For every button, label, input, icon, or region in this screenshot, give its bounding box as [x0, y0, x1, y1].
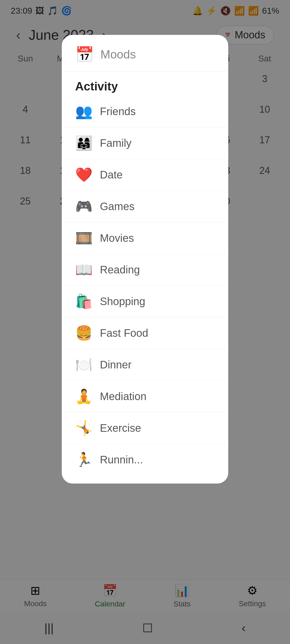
activity-item-movies[interactable]: 🎞️ Movies [62, 222, 228, 254]
modal-overlay[interactable]: 📅 Moods Activity 👥 Friends 👨‍👩‍👧 Family … [0, 0, 290, 644]
modal-moods-icon: 📅 [75, 46, 94, 63]
activity-item-exercise[interactable]: 🤸 Exercise [62, 412, 228, 444]
activity-item-running[interactable]: 🏃 Runnin... [62, 444, 228, 475]
shopping-icon: 🛍️ [75, 293, 92, 310]
date-icon: ❤️ [75, 167, 92, 183]
movies-icon: 🎞️ [75, 230, 92, 246]
activity-label-reading: Reading [100, 264, 140, 276]
games-icon: 🎮 [75, 198, 92, 215]
activity-item-reading[interactable]: 📖 Reading [62, 254, 228, 286]
activity-item-family[interactable]: 👨‍👩‍👧 Family [62, 127, 228, 159]
exercise-icon: 🤸 [75, 420, 92, 436]
activity-item-friends[interactable]: 👥 Friends [62, 96, 228, 127]
activity-label-shopping: Shopping [100, 295, 145, 308]
dinner-icon: 🍽️ [75, 357, 92, 373]
activity-item-dinner[interactable]: 🍽️ Dinner [62, 349, 228, 381]
activity-item-games[interactable]: 🎮 Games [62, 191, 228, 222]
activity-item-shopping[interactable]: 🛍️ Shopping [62, 286, 228, 317]
activity-label-running: Runnin... [100, 454, 143, 466]
activity-item-mediation[interactable]: 🧘 Mediation [62, 381, 228, 412]
activity-label-friends: Friends [100, 105, 136, 118]
fastfood-icon: 🍔 [75, 325, 92, 341]
activity-label-games: Games [100, 200, 135, 213]
activity-list: 👥 Friends 👨‍👩‍👧 Family ❤️ Date 🎮 Games 🎞… [62, 96, 228, 475]
activity-item-date[interactable]: ❤️ Date [62, 159, 228, 191]
activity-label-mediation: Mediation [100, 390, 146, 402]
activity-label-date: Date [100, 169, 123, 181]
activity-section-title: Activity [62, 72, 228, 96]
activity-label-exercise: Exercise [100, 422, 141, 434]
activity-label-fastfood: Fast Food [100, 327, 148, 339]
friends-icon: 👥 [75, 103, 92, 120]
reading-icon: 📖 [75, 262, 92, 278]
family-icon: 👨‍👩‍👧 [75, 135, 92, 151]
modal-header[interactable]: 📅 Moods [62, 46, 228, 72]
activity-label-dinner: Dinner [100, 359, 132, 371]
modal-moods-label: Moods [100, 48, 136, 61]
activity-item-fastfood[interactable]: 🍔 Fast Food [62, 317, 228, 349]
activity-modal: 📅 Moods Activity 👥 Friends 👨‍👩‍👧 Family … [62, 35, 228, 484]
running-icon: 🏃 [75, 452, 92, 468]
activity-label-movies: Movies [100, 232, 134, 244]
mediation-icon: 🧘 [75, 388, 92, 405]
activity-label-family: Family [100, 137, 132, 149]
